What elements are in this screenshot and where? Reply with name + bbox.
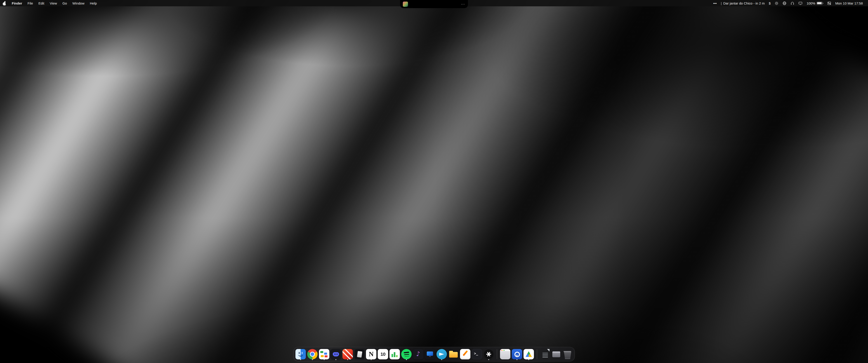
terminal-prompt: >_ (474, 352, 478, 355)
dock-icon-chrome[interactable] (307, 348, 318, 360)
dock-icon-timer[interactable]: 10 (378, 348, 388, 360)
music-icon: ♪ (413, 349, 423, 359)
mail-icon (342, 349, 353, 359)
battery-status[interactable]: 100% (804, 1, 825, 5)
app-menu-finder[interactable]: Finder (9, 0, 25, 6)
1password-icon (512, 349, 522, 359)
wallpaper-shading (0, 0, 868, 363)
app-window-icon (500, 349, 510, 359)
craft-icon (354, 349, 365, 359)
dock-icon-calendar[interactable] (319, 348, 329, 360)
music-note: ♪ (416, 351, 420, 357)
menu-bar-clock[interactable]: Mon 10 Mar 17:58 (833, 0, 865, 6)
telegram-icon (436, 349, 447, 359)
calendar-icon (319, 349, 329, 359)
apple-menu[interactable] (0, 0, 9, 6)
menu-bar-status-area: ••• | Dar jantar do Chico - in 2 m $ (711, 0, 868, 6)
control-center-icon[interactable] (825, 0, 833, 6)
numbers-icon (390, 349, 400, 359)
pages-icon (460, 349, 470, 359)
dock-icon-folder[interactable] (448, 348, 459, 360)
dock-icon-trash[interactable] (562, 348, 572, 360)
menubar-overflow-icon[interactable]: ••• (711, 0, 719, 6)
trash-icon (562, 349, 572, 359)
headphones-icon[interactable] (788, 0, 796, 6)
timer-icon: 10 (378, 349, 388, 359)
dock-divider (537, 349, 537, 359)
globe-language-icon[interactable] (780, 0, 788, 6)
chatgpt-icon (484, 349, 494, 359)
menu-file[interactable]: File (25, 0, 36, 6)
menu-help[interactable]: Help (87, 0, 100, 6)
notion-letter: N (369, 351, 374, 357)
battery-percent: 100% (807, 1, 815, 5)
event-reminder-text: Dar jantar do Chico - in 2 m (723, 1, 765, 5)
spotify-icon (401, 349, 412, 359)
minimized-window-thumbnail (552, 351, 560, 357)
dock-icon-music[interactable]: ♪ (413, 348, 423, 360)
notch-now-playing-widget: ⋯ (400, 0, 468, 8)
dock-icon-finder[interactable] (296, 348, 306, 360)
event-reminder-widget[interactable]: | Dar jantar do Chico - in 2 m (719, 0, 767, 6)
dock-icon-terminal[interactable]: >_ (472, 348, 482, 360)
dock-icon-telegram[interactable] (436, 348, 447, 360)
timer-number: 10 (380, 352, 385, 357)
dock-icon-1password[interactable] (512, 348, 522, 360)
menu-bar-left: Finder File Edit View Go Window Help (0, 0, 99, 6)
apple-logo-icon (3, 1, 6, 5)
menu-view[interactable]: View (47, 0, 60, 6)
dock-icon-document[interactable] (540, 348, 550, 360)
dock-divider (497, 349, 497, 359)
dock-icon-google-drive[interactable] (524, 348, 534, 360)
document-icon (541, 349, 550, 359)
dock-icon-spotify[interactable] (401, 348, 412, 360)
menu-go[interactable]: Go (60, 0, 70, 6)
finder-icon (296, 349, 306, 359)
dock-icon-mail[interactable] (342, 348, 353, 360)
screen-recorder-icon (425, 349, 435, 359)
dock-icon-app-window[interactable] (500, 348, 510, 360)
dock-icon-discord[interactable] (331, 348, 341, 360)
dock-icon-notion[interactable]: N (366, 348, 376, 360)
desktop-wallpaper (0, 0, 868, 363)
gear-icon[interactable] (773, 0, 780, 6)
menu-edit[interactable]: Edit (36, 0, 47, 6)
terminal-icon: >_ (472, 349, 482, 359)
dock-icon-craft[interactable] (354, 348, 365, 360)
folder-icon (448, 349, 459, 359)
event-separator: | (721, 1, 722, 5)
now-playing-more-icon[interactable]: ⋯ (461, 2, 465, 6)
google-drive-icon (524, 349, 534, 359)
discord-icon (331, 349, 341, 359)
dock-icon-screen-studio[interactable] (425, 348, 435, 360)
now-playing-album-art[interactable] (403, 2, 408, 7)
dock: N 10 ♪ >_ (293, 347, 575, 361)
menu-window[interactable]: Window (70, 0, 87, 6)
chrome-icon (307, 349, 318, 359)
battery-icon (817, 2, 824, 5)
display-icon[interactable] (796, 0, 804, 6)
currency-menu-icon[interactable]: $ (767, 0, 773, 6)
notion-icon: N (366, 349, 376, 359)
dock-icon-chatgpt[interactable] (484, 348, 494, 360)
dock-icon-pages[interactable] (460, 348, 470, 360)
dock-minimized-window[interactable] (552, 348, 561, 360)
dock-icon-numbers[interactable] (390, 348, 400, 360)
